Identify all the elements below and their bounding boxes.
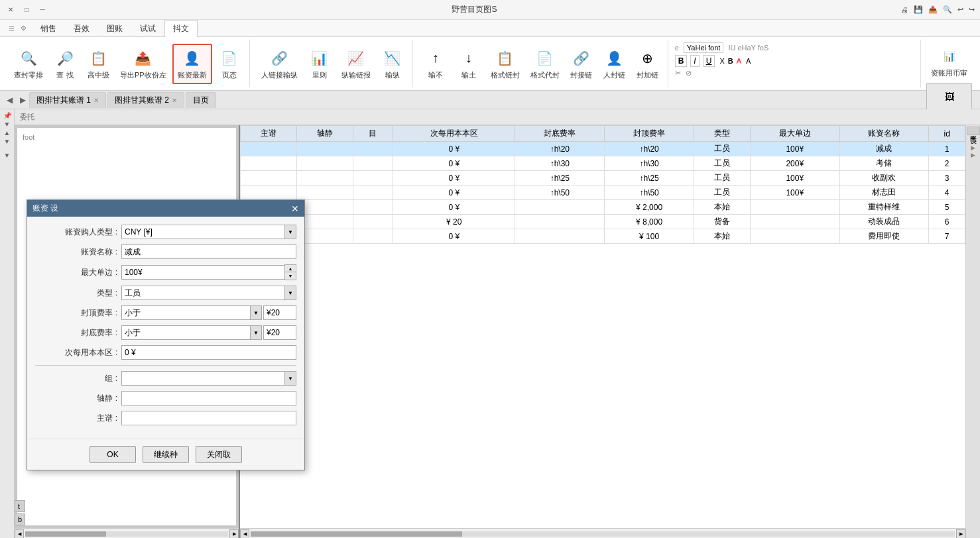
floor-rate-dropdown-btn[interactable]: ▼	[250, 325, 262, 340]
underline-button[interactable]: U	[703, 55, 715, 67]
dialog-footer: OK 继续种 关闭取	[27, 439, 304, 470]
join-button[interactable]: 🔗 封接链	[566, 44, 597, 83]
usage-cost-input[interactable]	[121, 345, 296, 360]
share-icon[interactable]: 📤	[928, 5, 938, 14]
minimize-button[interactable]: ─	[37, 5, 48, 15]
axis-input[interactable]	[121, 391, 296, 405]
doc-tab-1[interactable]: 图排甘其账谱 1 ✕	[29, 92, 106, 108]
search-sort-button[interactable]: 🔍 查封零排	[9, 44, 48, 83]
undo-icon[interactable]: ↩	[957, 5, 963, 14]
sidebar-btn-2[interactable]: ▲	[4, 129, 11, 136]
paste-format-button[interactable]: 📄 格式代封	[526, 44, 564, 83]
type-input[interactable]	[121, 286, 284, 300]
table-row[interactable]: ¥ 20¥ 8,000货备动装成品6	[241, 215, 965, 229]
tab-sales[interactable]: 销售	[32, 20, 65, 37]
doc-tab-2[interactable]: 图排甘其账谱 2 ✕	[107, 92, 184, 108]
account-new-button[interactable]: 👤 账资最新	[172, 44, 212, 84]
maximize-button[interactable]: □	[21, 5, 32, 15]
expand-button[interactable]: ⊕ 封加链	[632, 44, 664, 83]
bottom-tab-b[interactable]: b	[15, 513, 25, 525]
clear-icon[interactable]: ✂	[675, 69, 681, 78]
table-row[interactable]: 0 ¥↑h\25↑h\25工员100¥收副欢3	[241, 171, 965, 186]
font-select[interactable]: YaHei font	[684, 42, 724, 53]
bold-button[interactable]: B	[675, 55, 688, 67]
copy-format-button[interactable]: 📋 格式链封	[486, 44, 524, 83]
table-row[interactable]: 0 ¥¥ 100本始费用即使7	[241, 229, 965, 244]
cap-rate-value-input[interactable]	[263, 305, 296, 320]
group-dropdown-btn[interactable]: ▼	[284, 371, 296, 386]
report-link-button[interactable]: 📈 纵输链报	[337, 44, 375, 83]
floor-rate-value-input[interactable]	[263, 325, 296, 340]
spinner-down[interactable]: ▼	[285, 272, 296, 280]
table-container[interactable]: 主谱 轴静 目 次每用本本区 封底费率 封顶费率 类型 最大单边 账资名称 id	[240, 125, 965, 528]
save-icon[interactable]: 💾	[914, 5, 923, 14]
sidebar-btn-3[interactable]: ▼	[4, 138, 11, 145]
currency-dropdown-btn[interactable]: ▼	[284, 225, 296, 239]
right-scroll-left[interactable]: ◀	[240, 529, 249, 539]
doc-tab-1-close[interactable]: ✕	[93, 97, 99, 104]
ribbon-menu-icon[interactable]: ☰	[5, 20, 17, 36]
tab-document[interactable]: 抖文	[164, 20, 198, 37]
account-review-button[interactable]: 📊 资账用币审	[926, 42, 972, 81]
tab-effect[interactable]: 吾效	[65, 20, 98, 37]
left-page-placeholder: foot	[20, 131, 233, 144]
ribbon-settings-icon[interactable]: ⚙	[17, 20, 29, 36]
left-scroll-right[interactable]: ▶	[229, 529, 239, 539]
account-name-input[interactable]	[121, 244, 296, 259]
link-input-button[interactable]: 🔗 人链接输纵	[257, 44, 302, 83]
spinner-up[interactable]: ▲	[285, 265, 296, 272]
tab-nav-right[interactable]: ▶	[16, 93, 29, 107]
ribbon-group-items: 🔍 查封零排 🔎 查 找 📋 高中级 📤 导出PP收份左 👤 账资	[9, 41, 245, 86]
vert-sidebar-btn2[interactable]: ▶	[971, 144, 975, 151]
export-button[interactable]: 📤 导出PP收份左	[115, 44, 171, 83]
cap-rate-type-input[interactable]	[121, 305, 250, 320]
search2-icon[interactable]: 🔍	[943, 5, 952, 14]
input-button[interactable]: 📉 输纵	[377, 44, 408, 83]
table-row[interactable]: 0 ¥↑h\30↑h\30工员200¥考储2	[241, 156, 965, 171]
redo-icon[interactable]: ↪	[969, 5, 975, 14]
left-scrollbar-track[interactable]	[25, 531, 228, 537]
close-cancel-button[interactable]: 关闭取	[196, 446, 242, 463]
type-dropdown-btn[interactable]: ▼	[284, 286, 296, 300]
vert-tab-accounts[interactable]: 账资 设	[967, 127, 980, 135]
tab-accounts[interactable]: 图账	[98, 20, 131, 37]
right-scrollbar-track[interactable]	[251, 531, 955, 537]
up-button[interactable]: ↑ 输不	[420, 44, 452, 83]
close-button[interactable]: ✕	[5, 5, 16, 15]
sidebar-btn-1[interactable]: ▼	[4, 121, 11, 128]
sidebar-btn-4[interactable]: ▼	[4, 152, 11, 159]
right-scroll-right[interactable]: ▶	[956, 529, 965, 539]
cap-rate-dropdown-btn[interactable]: ▼	[250, 305, 262, 320]
level-button[interactable]: 📋 高中级	[82, 44, 114, 83]
vert-sidebar-btn3[interactable]: ▶	[971, 152, 975, 158]
format-clear-icon[interactable]: ⊘	[686, 69, 692, 78]
tab-nav-left[interactable]: ◀	[3, 93, 16, 107]
max-single-input[interactable]	[121, 265, 284, 280]
table-row[interactable]: 0 ¥↑h\20↑h\20工员100¥减成1	[241, 142, 965, 156]
vert-sidebar-btn[interactable]: ▶	[971, 137, 975, 144]
main-spec-input[interactable]	[121, 411, 296, 425]
bottom-tab-t[interactable]: t	[15, 500, 25, 512]
page-state-button[interactable]: 📄 页态	[214, 44, 245, 83]
rule-button[interactable]: 📊 里则	[304, 44, 336, 83]
doc-tab-3[interactable]: 目页	[186, 92, 216, 108]
continue-button[interactable]: 继续种	[143, 446, 189, 463]
table-row[interactable]: 0 ¥↑h\50↑h\50工员100¥材志田4	[241, 186, 965, 200]
print-icon[interactable]: 🖨	[901, 6, 908, 14]
find-button[interactable]: 🔎 查 找	[49, 44, 81, 83]
group-input[interactable]	[121, 371, 284, 386]
dialog-close-button[interactable]: ✕	[291, 203, 299, 214]
dialog-body: 账资购人类型 : ▼ 账资名称 : 最大单边 : ▲	[27, 217, 304, 439]
ok-button[interactable]: OK	[90, 446, 136, 463]
currency-input[interactable]	[121, 225, 284, 239]
left-scroll-left[interactable]: ◀	[15, 529, 24, 539]
pin-icon[interactable]: 📌	[3, 112, 11, 119]
person-button[interactable]: 👤 人封链	[599, 44, 631, 83]
down-button[interactable]: ↓ 输土	[453, 44, 485, 83]
tab-test[interactable]: 试试	[131, 20, 164, 37]
doc-tab-2-close[interactable]: ✕	[172, 97, 177, 104]
dialog-separator	[35, 365, 296, 366]
table-row[interactable]: 0 ¥¥ 2,000本始重特样维5	[241, 200, 965, 215]
floor-rate-type-input[interactable]	[121, 325, 250, 340]
italic-button[interactable]: I	[690, 55, 699, 67]
